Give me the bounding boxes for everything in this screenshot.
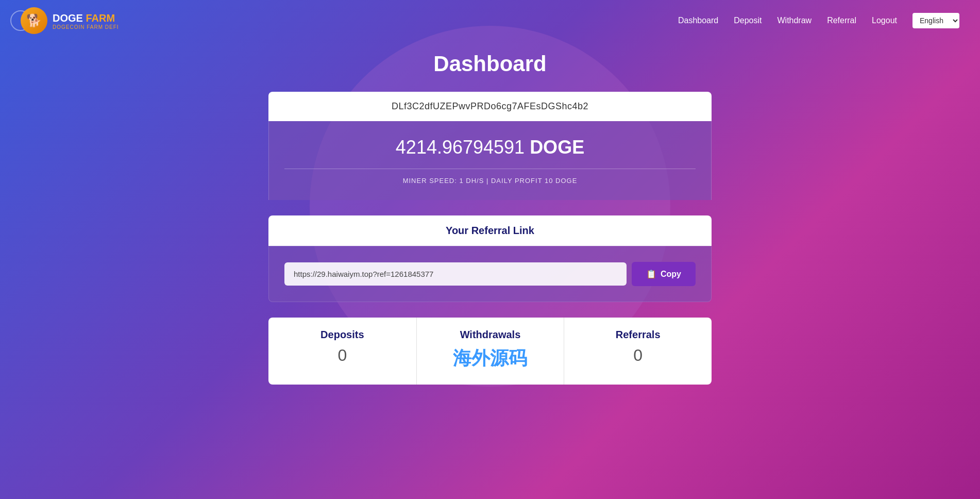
referral-section-header: Your Referral Link	[268, 215, 712, 246]
copy-button[interactable]: 📋 Copy	[632, 262, 696, 286]
miner-speed: MINER SPEED: 1 DH/S	[403, 177, 484, 185]
brand-subtitle: DOGECOIN FARM DEFI	[53, 24, 119, 30]
nav-withdraw[interactable]: Withdraw	[777, 16, 812, 25]
main-content: Dashboard DLf3C2dfUZEPwvPRDo6cg7AFEsDGSh…	[258, 41, 722, 405]
brand-doge: DOGE	[53, 12, 83, 24]
referral-link-input[interactable]	[284, 262, 627, 286]
balance-number: 4214.96794591	[396, 137, 525, 158]
balance-box: 4214.96794591 DOGE MINER SPEED: 1 DH/S |…	[268, 121, 712, 200]
brand-farm: FARM	[86, 12, 115, 24]
stat-card-deposits-title: Deposits	[279, 329, 406, 341]
stat-card-referrals-value: 0	[575, 346, 701, 370]
daily-profit: DAILY PROFIT 10 DOGE	[491, 177, 577, 185]
wallet-address: DLf3C2dfUZEPwvPRDo6cg7AFEsDGShc4b2	[284, 101, 696, 112]
wallet-address-box: DLf3C2dfUZEPwvPRDo6cg7AFEsDGShc4b2	[268, 92, 712, 121]
navbar-nav: Dashboard Deposit Withdraw Referral Logo…	[678, 13, 959, 28]
brand: 🐕 DOGE FARM DOGECOIN FARM DEFI	[21, 7, 119, 34]
stat-card-withdrawals-value: 海外源码	[427, 346, 554, 376]
referral-link-box: 📋 Copy	[268, 246, 712, 302]
miner-info: MINER SPEED: 1 DH/S | DAILY PROFIT 10 DO…	[284, 177, 696, 185]
stats-row: Deposits 0 Withdrawals 海外源码 Referrals 0	[268, 318, 712, 385]
referral-title: Your Referral Link	[284, 225, 696, 237]
brand-logo-emoji: 🐕	[26, 13, 42, 28]
copy-label: Copy	[661, 270, 681, 279]
page-title: Dashboard	[268, 52, 712, 76]
stat-card-withdrawals: Withdrawals 海外源码	[416, 318, 564, 385]
stat-card-deposits: Deposits 0	[268, 318, 416, 385]
balance-amount: 4214.96794591 DOGE	[284, 137, 696, 158]
copy-icon: 📋	[646, 269, 656, 279]
stat-card-referrals-title: Referrals	[575, 329, 701, 341]
nav-deposit[interactable]: Deposit	[734, 16, 762, 25]
miner-separator: |	[486, 177, 491, 185]
stat-card-deposits-value: 0	[279, 346, 406, 370]
brand-text: DOGE FARM DOGECOIN FARM DEFI	[53, 12, 119, 30]
brand-name: DOGE FARM	[53, 12, 119, 24]
stat-card-referrals: Referrals 0	[564, 318, 712, 385]
brand-logo: 🐕	[21, 7, 47, 34]
balance-currency: DOGE	[530, 137, 584, 158]
navbar: 🐕 DOGE FARM DOGECOIN FARM DEFI Dashboard…	[0, 0, 980, 41]
stat-card-withdrawals-title: Withdrawals	[427, 329, 554, 341]
stats-row-wrapper: Deposits 0 Withdrawals 海外源码 Referrals 0	[268, 318, 712, 385]
nav-dashboard[interactable]: Dashboard	[678, 16, 718, 25]
nav-logout[interactable]: Logout	[872, 16, 897, 25]
language-select[interactable]: English 中文 Español 日本語	[913, 13, 959, 28]
nav-referral[interactable]: Referral	[827, 16, 856, 25]
balance-divider	[284, 169, 696, 169]
